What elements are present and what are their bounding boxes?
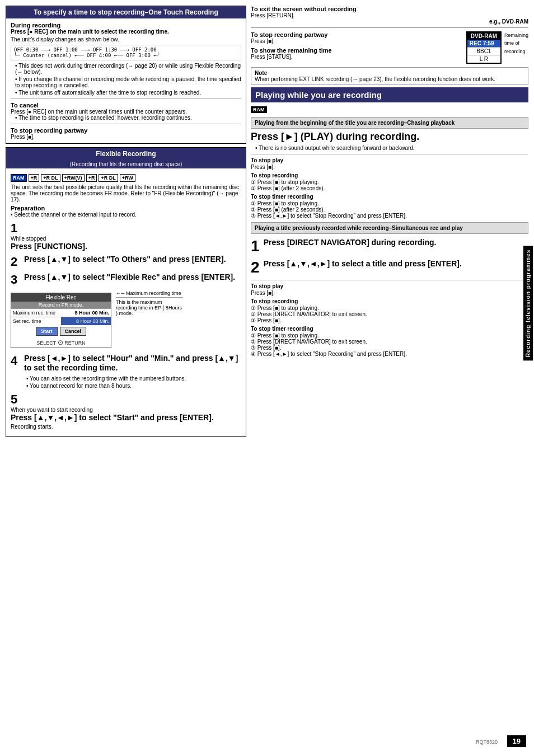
stop-timer2-item-1: ① Press [■] to stop playing.	[251, 332, 528, 339]
stop-recording-item-1: ① Press [■] to stop playing.	[251, 179, 528, 185]
exit-text: Press [RETURN].	[251, 12, 528, 18]
playing-header: Playing while you are recording	[251, 87, 528, 102]
stop-timer2-label: To stop timer recording	[251, 326, 528, 332]
step-4-text: Press [◄,►] to select "Hour" and "Min." …	[24, 354, 241, 373]
dvd-ram-bbc: BBC1	[467, 47, 500, 55]
stop-play-label: To stop play	[251, 157, 528, 163]
show-remaining-group: To show the remaining time Press [STATUS…	[251, 47, 456, 60]
otr-bullet-1: This does not work during timer recordin…	[15, 63, 241, 75]
big-step-2-num: 2	[251, 259, 260, 276]
ram-badge-row: RAM	[251, 106, 528, 115]
dvd-ram-lr: L R	[467, 55, 500, 63]
step4-bullets: You can also set the recording time with…	[22, 375, 241, 389]
big-step-2: 2 Press [▲,▼,◄,►] to select a title and …	[251, 259, 528, 276]
big-step-1: 1 Press [DIRECT NAVIGATOR] during record…	[251, 237, 528, 255]
select-icon: ⊙	[58, 339, 63, 346]
example-label: e.g., DVD-RAM	[251, 18, 528, 25]
dvd-ram-box: DVD-RAM REC 7:59 BBC1 L R	[466, 31, 502, 64]
flexible-recording-subheader: (Recording that fits the remaining disc …	[6, 160, 246, 168]
step-1: 1 While stopped Press [FUNCTIONS].	[11, 221, 241, 251]
stop-timer2-item-2: ② Press [DIRECT NAVIGATOR] to exit scree…	[251, 339, 528, 345]
off-diagram: OFF 0:30 ——→ OFF 1:00 ——→ OFF 1:30 ——→ O…	[11, 45, 241, 60]
flex-rec-title: Flexible Rec	[11, 293, 111, 302]
step-1-num: 1	[11, 221, 21, 236]
max-rec-label: Maximum rec. time	[11, 309, 61, 317]
badge-r2: +R	[86, 174, 97, 182]
step-2-num: 2	[11, 255, 21, 269]
stop-timer-item-3: ③ Press [◄,►] to select "Stop Recording"…	[251, 213, 528, 219]
max-time-note: ←─ Maximum recording time This is the ma…	[116, 290, 183, 316]
badge-r1: +R	[29, 174, 40, 182]
stop-partway-right-text: Press [■].	[251, 38, 456, 44]
badge-ram: RAM	[11, 174, 27, 182]
step4-bullet-2: You cannot record for more than 8 hours.	[26, 383, 241, 389]
flex-rec-select-row: SELECT ⊙ RETURN	[11, 337, 111, 348]
simultaneous-box: Playing a title previously recorded whil…	[251, 222, 528, 234]
exit-section: To exit the screen without recording Pre…	[251, 6, 528, 28]
step-5: 5 When you want to start recording Press…	[11, 392, 241, 430]
exit-label: To exit the screen without recording	[251, 6, 528, 12]
flex-rec-row1: Maximum rec. time 8 Hour 00 Min.	[11, 308, 111, 317]
stop-partway-right-label: To stop recording partway	[251, 31, 456, 38]
badge-rdl2: +R DL	[99, 174, 118, 182]
otr-bullet-2: If you change the channel or recording m…	[15, 76, 241, 88]
cancel-label: To cancel	[11, 102, 241, 109]
playing-section: Playing while you are recording RAM Play…	[251, 87, 528, 357]
flex-rec-cancel-button[interactable]: Cancel	[60, 327, 87, 336]
big-step-2-text: Press [▲,▼,◄,►] to select a title and pr…	[264, 259, 522, 269]
step-5-text: Press [▲,▼,◄,►] to select "Start" and pr…	[11, 413, 215, 422]
stop-timer-item-2: ② Press [■] (after 2 seconds).	[251, 206, 528, 213]
flex-rec-subtitle: Record in FR mode.	[11, 302, 111, 308]
one-touch-recording-section: To specify a time to stop recording–One …	[6, 6, 246, 144]
step-4-num: 4	[11, 354, 21, 368]
max-rec-value: 8 Hour 00 Min.	[61, 309, 111, 317]
cancel-text: Press [● REC] on the main unit several t…	[11, 109, 241, 115]
remaining-1: Remaining	[504, 31, 528, 39]
flexible-recording-header: Flexible Recording	[6, 148, 246, 160]
stop-rec2-item-2: ② Press [DIRECT NAVIGATOR] to exit scree…	[251, 311, 528, 317]
flexible-recording-content: RAM +R +R DL +RW(V) +R +R DL +RW The uni…	[6, 168, 246, 436]
playing-bullets: There is no sound output while searching…	[251, 145, 528, 151]
step-3-num: 3	[11, 273, 21, 287]
step-5-num: 5	[11, 392, 21, 407]
flex-rec-buttons: Start Cancel	[11, 325, 111, 337]
dvd-ram-header: DVD-RAM	[467, 32, 500, 40]
press-play-text: Press [►] (PLAY) during recording.	[251, 131, 528, 143]
step-2: 2 Press [▲,▼] to select "To Others" and …	[11, 255, 241, 269]
left-column: To specify a time to stop recording–One …	[6, 6, 246, 750]
big-step-1-num: 1	[251, 237, 260, 255]
stop-timer-item-1: ① Press [■] to stop playing.	[251, 200, 528, 206]
during-recording-label: During recording	[11, 22, 241, 29]
step-4: 4 Press [◄,►] to select "Hour" and "Min.…	[11, 354, 241, 373]
stop-timer2-item-4: ④ Press [◄,►] to select "Stop Recording"…	[251, 351, 528, 357]
set-rec-label: Set rec. time	[11, 317, 61, 325]
page-number: 19	[507, 735, 526, 747]
stop-recording-item-2: ② Press [■] (after 2 seconds).	[251, 185, 528, 191]
rqt-label: RQT8320	[476, 739, 498, 745]
chasing-playback-box: Playing from the beginning of the title …	[251, 117, 528, 129]
cancel-bullet: The time to stop recording is cancelled;…	[15, 115, 241, 121]
flexible-recording-section: Flexible Recording (Recording that fits …	[6, 147, 246, 437]
stop-timer2-item-3: ③ Press [■].	[251, 345, 528, 351]
one-touch-content: During recording Press [● REC] on the ma…	[6, 18, 246, 143]
show-remaining-text: Press [STATUS].	[251, 54, 456, 60]
select-label: SELECT	[36, 340, 56, 346]
step-2-text: Press [▲,▼] to select "To Others" and pr…	[24, 255, 241, 264]
dvd-ram-rec: REC 7:59	[467, 40, 500, 47]
flex-rec-start-button[interactable]: Start	[36, 327, 58, 336]
step-3: 3 Press [▲,▼] to select "Flexible Rec" a…	[11, 273, 241, 287]
stop-rec2-item-3: ③ Press [■].	[251, 317, 528, 323]
stop-play2-label: To stop play	[251, 283, 528, 289]
remaining-labels: Remaining time of recording	[504, 31, 528, 55]
stop-recording-label: To stop recording	[251, 172, 528, 179]
step-5-small: When you want to start recording	[11, 407, 229, 413]
badge-rdl1: +R DL	[41, 174, 60, 182]
during-recording-press: Press [● REC] on the main unit to select…	[11, 29, 241, 35]
stop-play-text: Press [■].	[251, 164, 528, 170]
step4-bullet-1: You can also set the recording time with…	[26, 375, 241, 382]
stop-partway-label-left: To stop recording partway	[11, 127, 241, 134]
stop-partway-area: To stop recording partway Press [■]. To …	[251, 31, 528, 64]
badge-row: RAM +R +R DL +RW(V) +R +R DL +RW	[11, 174, 241, 182]
step-1-small: While stopped	[11, 236, 229, 242]
flex-rec-row2: Set rec. time 8 Hour 00 Min.	[11, 317, 111, 325]
